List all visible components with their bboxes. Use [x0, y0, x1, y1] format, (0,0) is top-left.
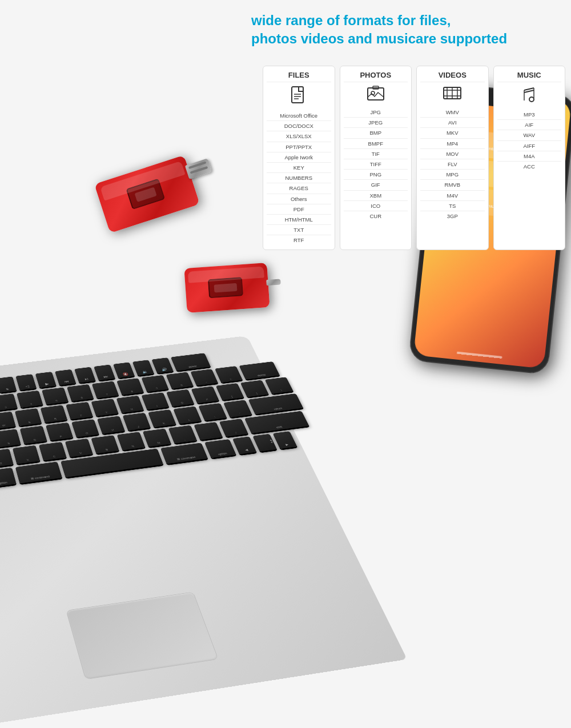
videos-item-10: TS: [420, 201, 485, 211]
photos-title: PHOTOS: [344, 71, 408, 82]
files-card: FILES Microsoft Office DOC/DOCX XLS/XLSX…: [263, 66, 335, 250]
key-f6: ▶: [35, 372, 57, 388]
key-slash: /: [219, 419, 248, 437]
usb-drive-2-container: [186, 266, 268, 310]
key-option-left: option: [0, 468, 17, 488]
key-9: 9: [141, 375, 168, 392]
videos-item-8: RMVB: [420, 180, 485, 190]
music-title: MUSIC: [497, 71, 562, 82]
key-f7: ⏮: [55, 369, 76, 385]
key-f8: ⏯: [74, 367, 95, 383]
music-icon: [497, 86, 562, 106]
svg-point-16: [529, 97, 534, 102]
files-item-8: RAGES: [267, 183, 331, 194]
svg-rect-0: [292, 87, 303, 103]
key-j: J: [123, 413, 151, 431]
key-semicolon: ;: [198, 403, 227, 421]
key-minus: -: [190, 369, 218, 385]
key-cmd-left: ⌘ command: [15, 462, 62, 484]
usb-drive-2-body: [184, 263, 270, 313]
main-heading: wide range of formats for files, photos …: [251, 11, 565, 49]
svg-line-13: [524, 88, 534, 90]
key-h: H: [97, 416, 125, 434]
key-f: F: [46, 423, 73, 441]
key-p: P: [191, 386, 219, 403]
key-bracket-open: [: [216, 383, 244, 400]
files-item-13: RTF: [267, 235, 331, 245]
videos-title: VIDEOS: [420, 71, 485, 82]
key-equal: =: [215, 366, 243, 383]
music-item-1: MP3: [497, 110, 562, 120]
videos-item-2: AVI: [420, 118, 485, 128]
videos-item-5: MOV: [420, 149, 485, 159]
svg-line-14: [524, 90, 534, 92]
heading-area: wide range of formats for files, photos …: [251, 11, 565, 49]
key-cmd-right: ⌘ command: [160, 443, 208, 464]
key-x: X: [13, 445, 41, 464]
lightning-connector-2: [266, 279, 281, 285]
files-item-9: Others: [267, 194, 331, 204]
key-z: Z: [0, 449, 14, 468]
key-y: Y: [91, 399, 118, 416]
music-card: MUSIC MP3 AIF WAV AIFF M4A ACC: [493, 66, 566, 250]
key-e: E: [15, 408, 42, 426]
photos-item-3: BMP: [344, 128, 408, 138]
files-item-4: PPT/PPTX: [267, 142, 331, 152]
key-5: 5: [42, 387, 69, 404]
videos-icon: [420, 86, 485, 104]
photos-item-4: BMPF: [344, 139, 408, 149]
key-delete-top: delete: [171, 353, 211, 371]
photos-item-5: TIF: [344, 149, 408, 159]
files-item-1: Microsoft Office: [267, 111, 331, 121]
key-arrow-left: ◄: [232, 436, 256, 454]
music-item-3: WAV: [497, 130, 562, 140]
format-cards-container: FILES Microsoft Office DOC/DOCX XLS/XLSX…: [263, 66, 565, 250]
key-n: N: [117, 432, 146, 450]
key-f9: ⏭: [94, 365, 115, 381]
heading-line-1: wide range of formats for files,: [251, 13, 451, 28]
key-o: O: [166, 389, 194, 407]
key-3: 3: [0, 393, 18, 411]
files-title: FILES: [267, 71, 331, 82]
key-f11: 🔉: [132, 360, 154, 376]
files-item-2: DOC/DOCX: [267, 121, 331, 131]
heading-line-2: photos videos and musicare supported: [251, 31, 507, 46]
key-4: 4: [17, 391, 43, 408]
key-0: 0: [166, 372, 193, 389]
key-g: G: [71, 419, 99, 437]
videos-item-11: 3GP: [420, 211, 485, 221]
music-item-5: M4A: [497, 151, 562, 162]
trackpad[interactable]: [66, 592, 218, 679]
key-arrow-right: ►: [273, 431, 297, 449]
music-item-4: AIFF: [497, 141, 562, 151]
key-s: S: [0, 429, 21, 447]
key-c: C: [39, 442, 67, 461]
key-b: B: [91, 435, 119, 453]
videos-item-7: MPG: [420, 170, 485, 180]
files-item-10: PDF: [267, 204, 331, 215]
key-r: R: [41, 405, 67, 423]
key-comma: ,: [168, 425, 197, 444]
key-w: W: [0, 412, 16, 429]
key-i: I: [141, 392, 169, 409]
videos-item-9: M4V: [420, 191, 485, 201]
key-t: T: [66, 402, 93, 420]
key-d: D: [20, 426, 47, 444]
key-f5: ◁: [15, 374, 37, 390]
photos-icon: [344, 86, 408, 104]
key-quote: ': [223, 400, 252, 417]
music-item-2: AIF: [497, 120, 562, 130]
key-f10: 🔇: [113, 362, 135, 378]
usb-drive-1-container: [100, 168, 194, 220]
key-option-right: option: [204, 439, 236, 458]
files-item-12: TXT: [267, 225, 331, 235]
key-bracket-close: ]: [240, 380, 269, 397]
key-period: .: [194, 422, 223, 440]
svg-rect-4: [368, 88, 384, 100]
photos-item-2: JPEG: [344, 118, 408, 128]
files-item-3: XLS/XLSX: [267, 131, 331, 142]
files-item-5: Apple Iwork: [267, 152, 331, 163]
photos-card: PHOTOS JPG JPEG BMP BMPF TIF TIFF PNG GI…: [340, 66, 412, 250]
videos-item-1: WMV: [420, 107, 485, 118]
photos-item-10: ICO: [344, 201, 408, 211]
